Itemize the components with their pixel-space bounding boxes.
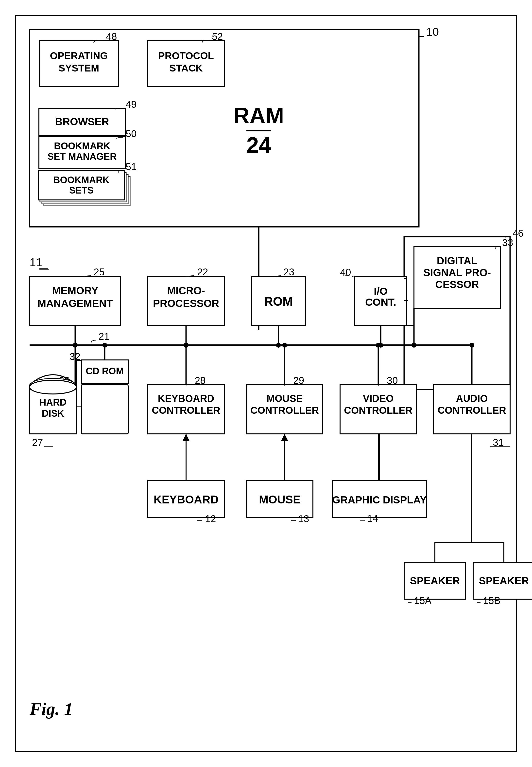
ref-50: 50 bbox=[126, 128, 137, 139]
ref-27: 27 bbox=[32, 437, 43, 448]
ref-15a: 15A bbox=[414, 595, 431, 606]
dsp-line2: SIGNAL PRO- bbox=[423, 267, 491, 278]
mp-line1: MICRO- bbox=[167, 285, 205, 296]
ref-11: 11 bbox=[30, 256, 42, 269]
vc-line2: CONTROLLER bbox=[344, 405, 412, 416]
ram-number: 24 bbox=[246, 133, 271, 157]
cdrom-label: CD ROM bbox=[86, 366, 124, 376]
kc-line2: CONTROLLER bbox=[152, 405, 220, 416]
ref-49: 49 bbox=[126, 99, 137, 110]
ref-21: 21 bbox=[99, 331, 110, 342]
svg-point-53 bbox=[376, 343, 381, 347]
ref-22: 22 bbox=[197, 266, 208, 277]
ref-30: 30 bbox=[387, 375, 398, 386]
io-line1: I/O bbox=[374, 285, 388, 297]
bs-line1: BOOKMARK bbox=[53, 175, 110, 185]
speakerB-label: SPEAKER bbox=[479, 575, 529, 587]
ref-52: 52 bbox=[212, 31, 223, 42]
rom-label: ROM bbox=[264, 294, 293, 308]
ref-15b: 15B bbox=[483, 595, 500, 606]
mm-line1: MEMORY bbox=[52, 285, 98, 296]
ref-10-label: 10 bbox=[426, 25, 439, 38]
svg-point-51 bbox=[282, 343, 287, 347]
ref-12: 12 bbox=[205, 513, 216, 524]
ram-label: RAM bbox=[234, 103, 284, 128]
bsm-line1: BOOKMARK bbox=[54, 141, 110, 151]
ref-48: 48 bbox=[106, 31, 117, 42]
ref-33: 33 bbox=[502, 237, 513, 248]
ref-51: 51 bbox=[126, 161, 137, 172]
bs-line2: SETS bbox=[69, 185, 93, 195]
mp-line2: PROCESSOR bbox=[153, 297, 219, 309]
vc-line1: VIDEO bbox=[363, 393, 394, 404]
svg-point-49 bbox=[184, 343, 189, 347]
protocol-line2: STACK bbox=[170, 63, 203, 73]
kc-line1: KEYBOARD bbox=[158, 393, 214, 404]
mouse-label: MOUSE bbox=[259, 493, 301, 506]
svg-point-56 bbox=[469, 343, 474, 347]
os-line2: SYSTEM bbox=[59, 63, 99, 73]
hd-line1b: HARD bbox=[39, 397, 67, 408]
protocol-line1: PROTOCOL bbox=[158, 50, 214, 61]
svg-point-87 bbox=[30, 380, 76, 394]
mm-line2: MANAGEMENT bbox=[37, 297, 113, 309]
svg-marker-72 bbox=[281, 434, 288, 441]
dsp-line3: CESSOR bbox=[435, 278, 479, 290]
os-line1: OPERATING bbox=[50, 50, 108, 61]
ref-46: 46 bbox=[513, 228, 524, 239]
svg-point-28 bbox=[276, 343, 281, 347]
page: 10 OPERATING SYSTEM 48 PROTOCOL STACK 52… bbox=[0, 0, 532, 767]
gd-label: GRAPHIC DISPLAY bbox=[332, 494, 427, 506]
ref-28: 28 bbox=[195, 375, 206, 386]
fig-label: Fig. 1 bbox=[29, 699, 73, 719]
svg-point-47 bbox=[102, 343, 107, 347]
ref-29: 29 bbox=[293, 375, 304, 386]
mc-line2: CONTROLLER bbox=[250, 405, 319, 416]
diagram-svg: 10 OPERATING SYSTEM 48 PROTOCOL STACK 52… bbox=[0, 0, 532, 767]
ref-25: 25 bbox=[94, 266, 105, 277]
ref-13: 13 bbox=[298, 513, 309, 524]
ac-line2: CONTROLLER bbox=[438, 405, 506, 416]
speakerA-label: SPEAKER bbox=[410, 575, 460, 587]
mc-line1: MOUSE bbox=[267, 393, 303, 404]
hd-line2b: DISK bbox=[42, 408, 64, 419]
io-line2: CONT. bbox=[365, 296, 396, 308]
dsp-line1: DIGITAL bbox=[437, 255, 478, 266]
ref-14: 14 bbox=[367, 513, 378, 524]
ref-23: 23 bbox=[283, 266, 294, 277]
svg-rect-85 bbox=[81, 385, 128, 434]
ac-line1: AUDIO bbox=[456, 393, 488, 404]
browser-label: BROWSER bbox=[55, 116, 109, 127]
svg-marker-70 bbox=[182, 434, 190, 441]
bsm-line2: SET MANAGER bbox=[48, 151, 117, 162]
keyboard-label: KEYBOARD bbox=[154, 493, 218, 506]
